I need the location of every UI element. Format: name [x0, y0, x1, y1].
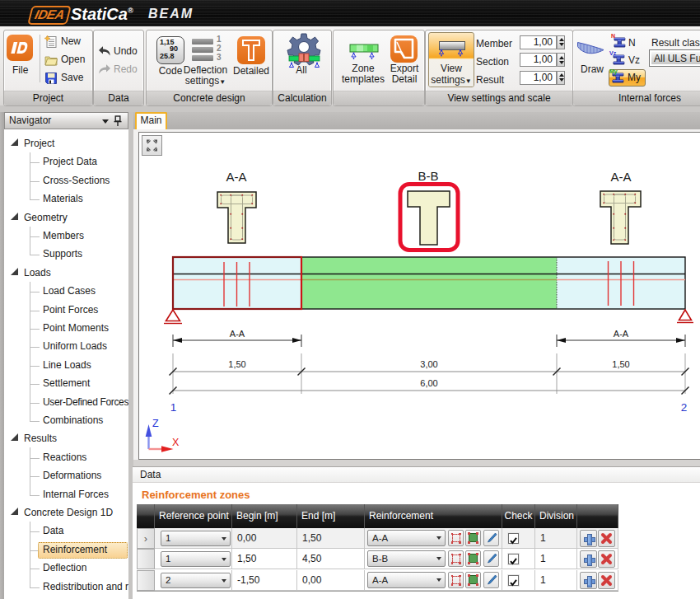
- svg-text:A-A: A-A: [230, 329, 245, 339]
- svg-text:A-A: A-A: [226, 170, 246, 184]
- svg-text:B-B: B-B: [418, 169, 438, 183]
- svg-text:6,00: 6,00: [420, 378, 437, 388]
- svg-text:A-A: A-A: [610, 170, 631, 184]
- svg-text:3,00: 3,00: [420, 359, 437, 369]
- svg-text:1,50: 1,50: [228, 359, 245, 369]
- svg-text:2: 2: [681, 401, 688, 414]
- svg-text:Z: Z: [152, 418, 159, 429]
- svg-text:X: X: [172, 437, 180, 448]
- svg-text:1,50: 1,50: [612, 359, 629, 369]
- svg-text:1: 1: [170, 401, 177, 414]
- svg-text:A-A: A-A: [614, 329, 629, 339]
